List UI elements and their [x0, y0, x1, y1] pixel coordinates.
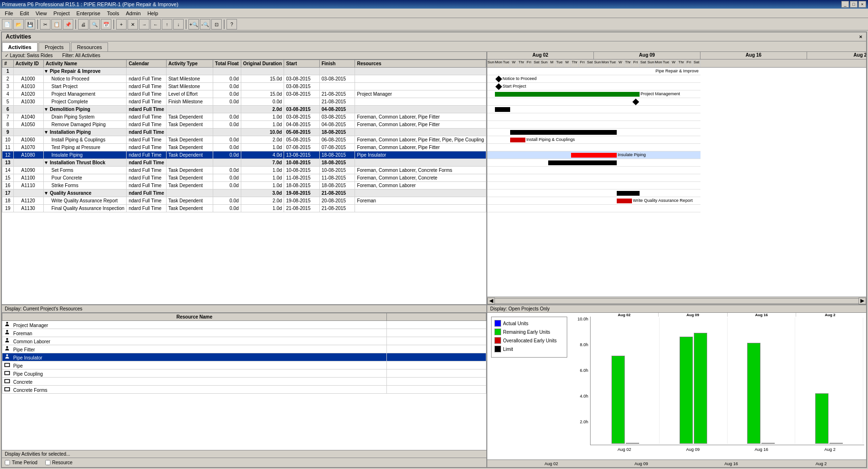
- outdent-btn[interactable]: ←: [150, 19, 161, 30]
- resource-row[interactable]: Pipe: [2, 361, 486, 369]
- table-row[interactable]: 3 A1010 Start Project ndard Full Time St…: [2, 83, 486, 90]
- cell-start: [284, 68, 319, 75]
- indent-btn[interactable]: →: [139, 19, 149, 30]
- cell-cal: ndard Full Time: [127, 174, 166, 182]
- cell-type: Task Dependent: [166, 121, 213, 129]
- tab-resources[interactable]: Resources: [71, 42, 108, 51]
- resource-row[interactable]: Project Manager: [2, 321, 486, 329]
- gantt-hscroll[interactable]: ◀ ▶: [487, 297, 866, 304]
- table-row[interactable]: 1 ▼ Pipe Repair & Improve: [2, 68, 486, 75]
- table-row[interactable]: 5 A1030 Project Complete ndard Full Time…: [2, 98, 486, 106]
- cut-btn[interactable]: ✂: [40, 19, 50, 30]
- resource-table: Resource Name Project Manager Foreman C: [2, 313, 486, 394]
- paste-btn[interactable]: 📌: [63, 19, 73, 30]
- minimize-btn[interactable]: _: [841, 1, 849, 8]
- delete-btn[interactable]: ✕: [128, 19, 138, 30]
- copy-btn[interactable]: 📋: [51, 19, 62, 30]
- table-row[interactable]: 6 ▼ Demolition Piping ndard Full Time 2.…: [2, 106, 486, 113]
- col-header-dur[interactable]: Original Duration: [241, 60, 284, 68]
- table-row[interactable]: 7 A1040 Drain Piping System ndard Full T…: [2, 113, 486, 121]
- resource-row[interactable]: Pipe Fitter: [2, 345, 486, 353]
- zoom-in-btn[interactable]: +🔍: [188, 19, 199, 30]
- maximize-btn[interactable]: □: [850, 1, 858, 8]
- col-header-finish[interactable]: Finish: [319, 60, 355, 68]
- schedule-btn[interactable]: 📅: [101, 19, 111, 30]
- cell-type: Start Milestone: [166, 75, 213, 83]
- col-header-start[interactable]: Start: [284, 60, 319, 68]
- tab-activities[interactable]: Activities: [2, 42, 38, 51]
- resource-row[interactable]: Pipe Coupling: [2, 369, 486, 378]
- gantt-milestone-label: Notice to Proceed: [503, 76, 537, 81]
- fit-btn[interactable]: ⊡: [211, 19, 222, 30]
- help-icon[interactable]: ?: [227, 19, 237, 30]
- col-header-id[interactable]: Activity ID: [13, 60, 43, 68]
- checkbox-res[interactable]: [45, 460, 50, 465]
- menu-tools[interactable]: Tools: [104, 10, 122, 17]
- col-header-float[interactable]: Total Float: [213, 60, 241, 68]
- table-row[interactable]: 19 A1130 Final Quality Assurance Inspect…: [2, 205, 486, 212]
- table-row[interactable]: 10 A1060 Install Piping & Couplings ndar…: [2, 136, 486, 144]
- open-btn[interactable]: 📂: [13, 19, 24, 30]
- new-btn[interactable]: 📄: [2, 19, 12, 30]
- title-bar: Primavera P6 Professional R15.1 : PIPE R…: [0, 0, 868, 9]
- resource-col-2[interactable]: [387, 313, 486, 321]
- movedown-btn[interactable]: ↓: [173, 19, 184, 30]
- close-btn[interactable]: ×: [858, 1, 866, 8]
- menu-project[interactable]: Project: [50, 10, 72, 17]
- checkbox-time[interactable]: [5, 460, 10, 465]
- resource-row[interactable]: Concrete Forms: [2, 386, 486, 394]
- menu-enterprise[interactable]: Enterprise: [74, 10, 103, 17]
- col-header-res[interactable]: Resources: [355, 60, 486, 68]
- table-row[interactable]: 18 A1120 Write Quality Assurance Report …: [2, 197, 486, 205]
- table-row[interactable]: 11 A1070 Test Piping at Pressure ndard F…: [2, 144, 486, 151]
- table-row[interactable]: 13 ▼ Installation Thrust Block ndard Ful…: [2, 159, 486, 167]
- cell-name: ▼ Installation Thrust Block: [44, 159, 127, 167]
- table-row[interactable]: 9 ▼ Installation Piping ndard Full Time …: [2, 129, 486, 136]
- menu-help[interactable]: Help: [145, 10, 161, 17]
- resource-col-name[interactable]: Resource Name: [2, 313, 387, 321]
- panel-close-btn[interactable]: ×: [859, 34, 862, 40]
- col-header-name[interactable]: Activity Name: [44, 60, 127, 68]
- table-row[interactable]: 17 ▼ Quality Assurance ndard Full Time 3…: [2, 190, 486, 197]
- cell-float: 0.0d: [213, 167, 241, 174]
- gantt-scroll-track[interactable]: [495, 298, 858, 304]
- col-header-num[interactable]: #: [2, 60, 14, 68]
- table-row[interactable]: 12 A1080 Insulate Piping ndard Full Time…: [2, 151, 486, 159]
- print-btn[interactable]: 🖨: [78, 19, 89, 30]
- menu-file[interactable]: File: [2, 10, 16, 17]
- cell-start: 05-08-2015: [284, 129, 319, 136]
- menu-admin[interactable]: Admin: [123, 10, 143, 17]
- cell-float: 0.0d: [213, 136, 241, 144]
- table-row[interactable]: 16 A1110 Strike Forms ndard Full Time Ta…: [2, 182, 486, 190]
- grid-table-wrapper[interactable]: # Activity ID Activity Name Calendar Act…: [2, 60, 486, 304]
- cell-finish: 04-08-2015: [319, 106, 355, 113]
- legend-actual: Actual Units: [494, 320, 564, 327]
- resource-row[interactable]: Common Laborer: [2, 337, 486, 345]
- zoom-out-btn[interactable]: -🔍: [200, 19, 210, 30]
- cell-res: [355, 83, 486, 90]
- table-row[interactable]: 2 A1000 Notice to Proceed ndard Full Tim…: [2, 75, 486, 83]
- table-row[interactable]: 15 A1100 Pour Concrete ndard Full Time T…: [2, 174, 486, 182]
- filter-btn[interactable]: 🔍: [89, 19, 100, 30]
- menu-edit[interactable]: Edit: [17, 10, 32, 17]
- cell-start: 11-08-2015: [284, 174, 319, 182]
- resource-row[interactable]: Pipe Insulator: [2, 353, 486, 361]
- table-row[interactable]: 14 A1090 Set Forms ndard Full Time Task …: [2, 167, 486, 174]
- resource-row[interactable]: Foreman: [2, 329, 486, 337]
- menu-view[interactable]: View: [33, 10, 50, 17]
- add-btn[interactable]: +: [116, 19, 127, 30]
- save-btn[interactable]: 💾: [25, 19, 35, 30]
- resource-table-wrapper[interactable]: Resource Name Project Manager Foreman C: [2, 313, 486, 450]
- table-row[interactable]: 8 A1050 Remove Damaged Piping ndard Full…: [2, 121, 486, 129]
- moveup-btn[interactable]: ↑: [162, 19, 172, 30]
- gantt-scroll-right[interactable]: ▶: [858, 298, 866, 304]
- cell-dur: [241, 68, 284, 75]
- col-header-type[interactable]: Activity Type: [166, 60, 213, 68]
- resource-row[interactable]: Concrete: [2, 378, 486, 386]
- table-row[interactable]: 4 A1020 Project Management ndard Full Ti…: [2, 90, 486, 98]
- tab-projects[interactable]: Projects: [39, 42, 70, 51]
- gantt-body[interactable]: Pipe Repair & ImproveNotice to ProceedSt…: [487, 68, 866, 297]
- legend-label-actual: Actual Units: [503, 321, 528, 326]
- col-header-cal[interactable]: Calendar: [127, 60, 166, 68]
- gantt-scroll-left[interactable]: ◀: [487, 298, 495, 304]
